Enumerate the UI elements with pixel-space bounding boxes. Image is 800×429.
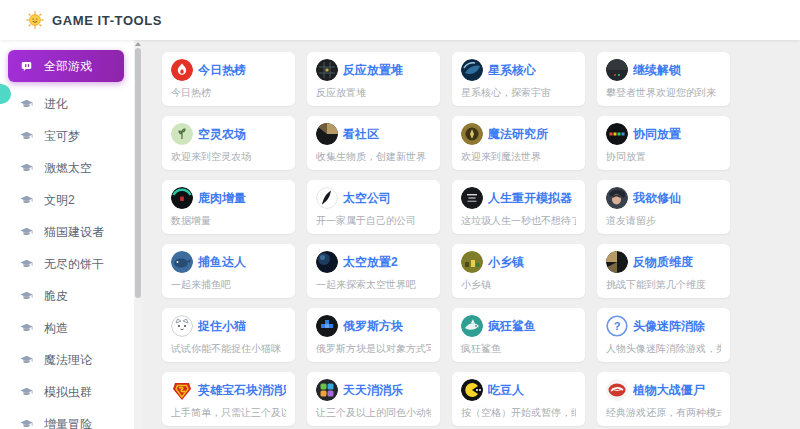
svg-text:?: ? — [614, 320, 621, 332]
sidebar-item-3[interactable]: 激燃太空 — [0, 152, 134, 184]
game-subtitle: 协同放置 — [606, 150, 721, 164]
game-card[interactable]: 小乡镇小乡镇 — [452, 244, 585, 298]
sidebar-scrollbar[interactable] — [134, 40, 142, 429]
game-card[interactable]: ?头像迷阵消除人物头像迷阵消除游戏，类似《宝石迷 — [597, 308, 730, 362]
sidebar-item-label: 无尽的饼干 — [44, 256, 104, 273]
game-title-link[interactable]: 今日热榜 — [198, 62, 246, 79]
game-subtitle: 人物头像迷阵消除游戏，类似《宝石迷 — [606, 342, 721, 356]
game-title-link[interactable]: 魔法研究所 — [488, 126, 548, 143]
graduation-cap-icon — [18, 352, 34, 368]
game-card[interactable]: 太空放置2一起来探索太空世界吧 — [307, 244, 440, 298]
game-title-link[interactable]: 空灵农场 — [198, 126, 246, 143]
game-title-link[interactable]: 捕鱼达人 — [198, 254, 246, 271]
sidebar-item-label: 宝可梦 — [44, 128, 80, 145]
game-subtitle: 这垃圾人生一秒也不想待了 — [461, 214, 576, 228]
game-card[interactable]: 太空公司开一家属于自己的公司 — [307, 180, 440, 234]
sidebar-item-label: 增量冒险 — [44, 416, 92, 429]
game-card[interactable]: 空灵农场欢迎来到空灵农场 — [162, 116, 295, 170]
game-title-link[interactable]: 星系核心 — [488, 62, 536, 79]
sidebar-item-8[interactable]: 构造 — [0, 312, 134, 344]
graduation-cap-icon — [18, 416, 34, 429]
game-title-link[interactable]: 植物大战僵尸 — [633, 382, 705, 399]
game-card[interactable]: 我欲修仙道友请留步 — [597, 180, 730, 234]
game-card[interactable]: 人生重开模拟器这垃圾人生一秒也不想待了 — [452, 180, 585, 234]
game-card[interactable]: 反应放置堆反应放置堆 — [307, 52, 440, 106]
sidebar-item-1[interactable]: 进化 — [0, 88, 134, 120]
game-card[interactable]: 英雄宝石块消消乐上手简单，只需让三个及以上的同色人物 — [162, 372, 295, 426]
graduation-cap-icon — [18, 320, 34, 336]
game-title-link[interactable]: 小乡镇 — [488, 254, 524, 271]
game-card[interactable]: 俄罗斯方块俄罗斯方块是以对象方式写的，彩色俄罗 — [307, 308, 440, 362]
game-title-link[interactable]: 俄罗斯方块 — [343, 318, 403, 335]
game-card-header: ?头像迷阵消除 — [606, 315, 721, 337]
game-card[interactable]: 看社区收集生物质，创建新世界 — [307, 116, 440, 170]
town-olive-icon — [461, 251, 483, 273]
game-card[interactable]: 鹿肉增量数据增量 — [162, 180, 295, 234]
game-card-header: 天天消消乐 — [316, 379, 431, 401]
game-title-link[interactable]: 反应放置堆 — [343, 62, 403, 79]
sidebar-item-5[interactable]: 猫国建设者 — [0, 216, 134, 248]
game-card-header: 鹿肉增量 — [171, 187, 286, 209]
scroll-up-arrow-icon[interactable] — [135, 42, 141, 46]
game-card[interactable]: 今日热榜今日热榜 — [162, 52, 295, 106]
game-title-link[interactable]: 头像迷阵消除 — [633, 318, 705, 335]
game-card[interactable]: 吃豆人按（空格）开始或暂停，继续，键盘方向 — [452, 372, 585, 426]
game-title-link[interactable]: 吃豆人 — [488, 382, 524, 399]
game-card[interactable]: 协同放置协同放置 — [597, 116, 730, 170]
game-subtitle: 一起来捕鱼吧 — [171, 278, 286, 292]
sidebar-item-label: 构造 — [44, 320, 68, 337]
game-card-header: 人生重开模拟器 — [461, 187, 576, 209]
game-card-header: 反应放置堆 — [316, 59, 431, 81]
game-card[interactable]: 反物质维度挑战下能到第几个维度 — [597, 244, 730, 298]
game-subtitle: 小乡镇 — [461, 278, 576, 292]
game-card[interactable]: 植物大战僵尸经典游戏还原，有两种模式选择 — [597, 372, 730, 426]
game-title-link[interactable]: 疯狂鲨鱼 — [488, 318, 536, 335]
sidebar-item-6[interactable]: 无尽的饼干 — [0, 248, 134, 280]
game-subtitle: 疯狂鲨鱼 — [461, 342, 576, 356]
pacman-icon — [461, 379, 483, 401]
game-title-link[interactable]: 看社区 — [343, 126, 379, 143]
game-card[interactable]: 星系核心星系核心，探索宇宙 — [452, 52, 585, 106]
game-card[interactable]: 魔法研究所欢迎来到魔法世界 — [452, 116, 585, 170]
sidebar-item-10[interactable]: 模拟虫群 — [0, 376, 134, 408]
game-card[interactable]: 天天消消乐让三个及以上的同色小动物横竖相连即可 — [307, 372, 440, 426]
sidebar-item-11[interactable]: 增量冒险 — [0, 408, 134, 429]
game-card[interactable]: 捉住小猫试试你能不能捉住小猫咪 — [162, 308, 295, 362]
game-card-header: 捉住小猫 — [171, 315, 286, 337]
flame-icon — [171, 59, 193, 81]
game-title-link[interactable]: 天天消消乐 — [343, 382, 403, 399]
cat-face-icon — [171, 315, 193, 337]
game-subtitle: 一起来探索太空世界吧 — [316, 278, 431, 292]
game-title-link[interactable]: 捉住小猫 — [198, 318, 246, 335]
game-title-link[interactable]: 继续解锁 — [633, 62, 681, 79]
game-title-link[interactable]: 太空放置2 — [343, 254, 398, 271]
game-card[interactable]: 继续解锁攀登者世界欢迎您的到来 — [597, 52, 730, 106]
game-card-header: 植物大战僵尸 — [606, 379, 721, 401]
game-card-header: 星系核心 — [461, 59, 576, 81]
game-title-link[interactable]: 我欲修仙 — [633, 190, 681, 207]
game-card[interactable]: 捕鱼达人一起来捕鱼吧 — [162, 244, 295, 298]
game-subtitle: 俄罗斯方块是以对象方式写的，彩色俄罗 — [316, 342, 431, 356]
pie-tan2-icon — [606, 251, 628, 273]
dark-screen-icon — [606, 59, 628, 81]
reactor-icon — [316, 59, 338, 81]
sidebar-item-7[interactable]: 脆皮 — [0, 280, 134, 312]
game-subtitle: 让三个及以上的同色小动物横竖相连即可 — [316, 406, 431, 420]
game-title-link[interactable]: 太空公司 — [343, 190, 391, 207]
sidebar-item-9[interactable]: 魔法理论 — [0, 344, 134, 376]
game-title-link[interactable]: 人生重开模拟器 — [488, 190, 572, 207]
game-subtitle: 今日热榜 — [171, 86, 286, 100]
scrollbar-thumb[interactable] — [135, 48, 141, 298]
game-card-header: 吃豆人 — [461, 379, 576, 401]
game-title-link[interactable]: 反物质维度 — [633, 254, 693, 271]
game-subtitle: 开一家属于自己的公司 — [316, 214, 431, 228]
game-title-link[interactable]: 协同放置 — [633, 126, 681, 143]
sidebar-item-4[interactable]: 文明2 — [0, 184, 134, 216]
game-title-link[interactable]: 英雄宝石块消消乐 — [198, 382, 286, 399]
game-card-header: 魔法研究所 — [461, 123, 576, 145]
game-card[interactable]: 疯狂鲨鱼疯狂鲨鱼 — [452, 308, 585, 362]
game-title-link[interactable]: 鹿肉增量 — [198, 190, 246, 207]
sidebar-item-2[interactable]: 宝可梦 — [0, 120, 134, 152]
sidebar-item-label: 脆皮 — [44, 288, 68, 305]
sidebar-item-0[interactable]: 全部游戏 — [8, 50, 124, 82]
